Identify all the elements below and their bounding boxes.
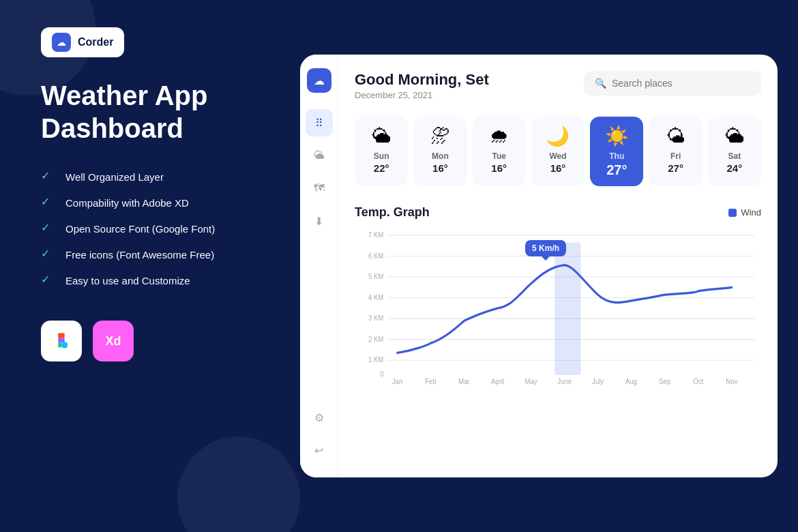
weather-icon-sun: 🌥 xyxy=(372,125,391,147)
svg-text:Feb: Feb xyxy=(425,378,437,386)
graph-legend: Wind xyxy=(728,207,761,218)
weather-card-fri[interactable]: 🌤 Fri 27° xyxy=(649,117,702,186)
dash-header: Good Morning, Set December 25, 2021 🔍 xyxy=(355,71,761,100)
svg-text:April: April xyxy=(491,378,504,386)
graph-header: Temp. Graph Wind xyxy=(355,205,761,220)
brand-icon: ☁ xyxy=(52,33,71,52)
nav-logo: ☁ xyxy=(307,68,331,93)
graph-title: Temp. Graph xyxy=(355,205,430,220)
svg-text:3 KM: 3 KM xyxy=(368,314,383,323)
search-bar[interactable]: 🔍 xyxy=(584,71,761,95)
day-label-fri: Fri xyxy=(670,151,681,161)
check-icon-3: ✓ xyxy=(41,221,56,236)
day-label-wed: Wed xyxy=(549,151,566,161)
day-label-sat: Sat xyxy=(728,151,741,161)
search-icon: 🔍 xyxy=(595,78,606,89)
legend-label: Wind xyxy=(741,207,761,218)
svg-text:5 KM: 5 KM xyxy=(368,273,383,281)
weather-icon-sat: 🌥 xyxy=(725,125,744,147)
greeting-date: December 25, 2021 xyxy=(355,90,489,100)
temp-sun: 22° xyxy=(374,162,389,174)
day-label-mon: Mon xyxy=(432,151,449,161)
features-list: ✓ Well Organized Layer ✓ Compability wit… xyxy=(41,169,273,288)
chart-container: 5 Km/h 7 KM 6 KM 5 KM 4 KM 3 KM xyxy=(355,228,761,391)
weather-cards: 🌥 Sun 22° ⛈ Mon 16° 🌧 Tue 16° 🌙 Wed 16° … xyxy=(355,117,761,186)
temp-sat: 24° xyxy=(726,162,742,174)
svg-text:6 KM: 6 KM xyxy=(368,252,383,260)
tooltip-bubble: 5 Km/h xyxy=(525,240,566,256)
day-label-thu: Thu xyxy=(609,151,624,161)
dash-main: Good Morning, Set December 25, 2021 🔍 🌥 … xyxy=(338,55,778,477)
dashboard-card: ☁ ⠿ 🌥 🗺 ⬇ ⚙ ↩ Good Morning, Set December… xyxy=(300,55,778,477)
svg-rect-27 xyxy=(555,243,580,375)
feature-label-4: Free icons (Font Awesome Free) xyxy=(65,249,214,261)
feature-item-4: ✓ Free icons (Font Awesome Free) xyxy=(41,247,273,262)
feature-item-1: ✓ Well Organized Layer xyxy=(41,169,273,184)
xd-badge: Xd xyxy=(93,321,134,361)
svg-text:Oct: Oct xyxy=(693,378,703,386)
weather-icon-fri: 🌤 xyxy=(666,125,685,147)
svg-text:1 KM: 1 KM xyxy=(368,356,383,364)
weather-icon-tue: 🌧 xyxy=(490,125,509,147)
svg-point-0 xyxy=(61,342,68,348)
weather-icon-wed: 🌙 xyxy=(546,125,570,147)
greeting-title: Good Morning, Set xyxy=(355,71,489,89)
svg-text:4 KM: 4 KM xyxy=(368,293,383,301)
svg-text:7 KM: 7 KM xyxy=(368,231,383,239)
graph-section: Temp. Graph Wind 5 Km/h xyxy=(355,205,761,461)
temp-mon: 16° xyxy=(432,162,448,174)
nav-item-map[interactable]: 🗺 xyxy=(306,175,333,202)
weather-icon-mon: ⛈ xyxy=(430,125,449,147)
feature-label-5: Easy to use and Customize xyxy=(65,275,190,286)
check-icon-1: ✓ xyxy=(41,169,56,184)
temp-thu: 27° xyxy=(606,162,627,178)
nav-item-cloud[interactable]: 🌥 xyxy=(306,142,333,169)
day-label-tue: Tue xyxy=(492,151,505,161)
weather-card-sat[interactable]: 🌥 Sat 24° xyxy=(708,117,761,186)
svg-text:Jan: Jan xyxy=(392,378,403,386)
nav-item-logout[interactable]: ↩ xyxy=(306,437,333,464)
check-icon-5: ✓ xyxy=(41,273,56,288)
svg-text:Mar: Mar xyxy=(458,378,470,386)
svg-text:June: June xyxy=(557,378,572,386)
left-panel: ☁ Corder Weather AppDashboard ✓ Well Org… xyxy=(27,0,286,532)
day-label-sun: Sun xyxy=(374,151,389,161)
svg-text:2 KM: 2 KM xyxy=(368,335,383,343)
svg-text:Aug: Aug xyxy=(625,378,637,386)
tool-badges: Xd xyxy=(41,321,273,361)
temp-tue: 16° xyxy=(491,162,507,174)
temp-fri: 27° xyxy=(668,162,683,174)
check-icon-4: ✓ xyxy=(41,247,56,262)
nav-item-download[interactable]: ⬇ xyxy=(306,207,333,235)
weather-card-thu[interactable]: ☀️ Thu 27° xyxy=(590,117,643,186)
app-title: Weather AppDashboard xyxy=(41,79,273,145)
greeting-section: Good Morning, Set December 25, 2021 xyxy=(355,71,489,100)
svg-text:May: May xyxy=(525,378,538,386)
weather-card-sun[interactable]: 🌥 Sun 22° xyxy=(355,117,408,186)
svg-text:Sep: Sep xyxy=(659,378,670,386)
weather-card-wed[interactable]: 🌙 Wed 16° xyxy=(531,117,585,186)
weather-card-tue[interactable]: 🌧 Tue 16° xyxy=(473,117,526,186)
svg-text:Nov: Nov xyxy=(726,378,738,386)
svg-text:July: July xyxy=(592,378,604,386)
figma-badge xyxy=(41,321,82,361)
weather-card-mon[interactable]: ⛈ Mon 16° xyxy=(413,117,467,186)
nav-item-grid[interactable]: ⠿ xyxy=(306,109,333,136)
search-input[interactable] xyxy=(612,78,750,89)
weather-icon-thu: ☀️ xyxy=(605,125,629,147)
legend-dot xyxy=(728,209,737,217)
brand-name: Corder xyxy=(78,36,113,48)
feature-item-3: ✓ Open Source Font (Google Font) xyxy=(41,221,273,236)
feature-label-2: Compability with Adobe XD xyxy=(65,197,189,209)
feature-label-1: Well Organized Layer xyxy=(65,171,164,183)
brand-badge: ☁ Corder xyxy=(41,27,124,57)
feature-item-5: ✓ Easy to use and Customize xyxy=(41,273,273,288)
feature-label-3: Open Source Font (Google Font) xyxy=(65,223,215,235)
svg-text:0: 0 xyxy=(380,370,384,379)
feature-item-2: ✓ Compability with Adobe XD xyxy=(41,195,273,210)
temp-wed: 16° xyxy=(550,162,566,174)
nav-item-settings[interactable]: ⚙ xyxy=(306,404,333,431)
check-icon-2: ✓ xyxy=(41,195,56,210)
dash-sidebar: ☁ ⠿ 🌥 🗺 ⬇ ⚙ ↩ xyxy=(300,55,338,477)
